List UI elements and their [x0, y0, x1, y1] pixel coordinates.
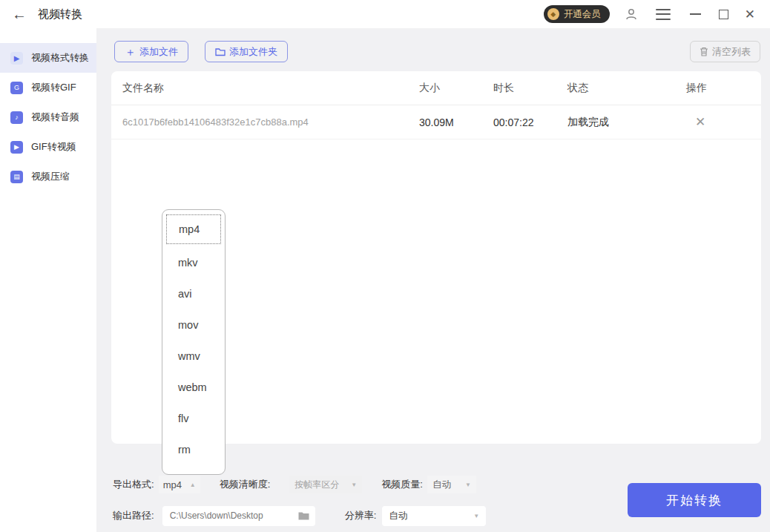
table-header: 文件名称 大小 时长 状态 操作	[111, 71, 761, 105]
video-compress-icon: ▤	[10, 171, 23, 183]
caret-up-icon: ▲	[190, 482, 196, 488]
toolbar: ＋ 添加文件 添加文件夹	[114, 41, 288, 62]
col-duration: 时长	[493, 82, 567, 95]
caret-down-icon: ▼	[351, 482, 357, 488]
clarity-select[interactable]: 按帧率区分 ▼	[289, 476, 362, 493]
settings-row-2: 输出路径: 分辨率: 自动 ▼	[113, 506, 486, 525]
dropdown-option-avi[interactable]: avi	[162, 278, 225, 309]
dropdown-option-rm[interactable]: rm	[162, 434, 225, 465]
clear-list-button[interactable]: 清空列表	[690, 41, 760, 62]
sidebar-item-video-to-audio[interactable]: ♪ 视频转音频	[0, 102, 96, 132]
titlebar-controls: ◆ 开通会员 ✕	[544, 5, 770, 23]
close-button[interactable]: ✕	[745, 8, 755, 21]
col-filename: 文件名称	[122, 82, 419, 95]
menu-icon[interactable]	[656, 9, 671, 20]
col-size: 大小	[419, 82, 493, 95]
caret-down-icon: ▼	[465, 482, 471, 488]
sidebar: ▶ 视频格式转换 G 视频转GIF ♪ 视频转音频 ▶ GIF转视频 ▤ 视频压…	[0, 28, 96, 532]
sidebar-item-video-format-convert[interactable]: ▶ 视频格式转换	[0, 43, 96, 73]
back-icon[interactable]: ←	[12, 7, 27, 22]
add-folder-label: 添加文件夹	[229, 45, 277, 59]
dropdown-option-webm[interactable]: webm	[162, 372, 225, 403]
page-title: 视频转换	[38, 7, 82, 22]
sidebar-item-label: 视频压缩	[31, 170, 70, 183]
add-file-label: 添加文件	[139, 45, 178, 59]
sidebar-item-gif-to-video[interactable]: ▶ GIF转视频	[0, 132, 96, 162]
user-icon[interactable]	[625, 7, 638, 21]
quality-value: 自动	[432, 479, 451, 491]
minimize-button[interactable]	[690, 13, 701, 15]
export-format-select[interactable]: mp4 ▲	[159, 476, 200, 493]
file-duration: 00:07:22	[493, 116, 567, 128]
video-to-audio-icon: ♪	[10, 111, 23, 124]
resolution-label: 分辨率:	[345, 509, 377, 522]
clear-list-label: 清空列表	[712, 45, 751, 59]
dropdown-option-mov[interactable]: mov	[162, 309, 225, 341]
gif-to-video-icon: ▶	[10, 141, 23, 154]
table-row[interactable]: 6c1017b6febb14106483f32e1c7cb88a.mp4 30.…	[111, 105, 761, 139]
resolution-select[interactable]: 自动 ▼	[382, 506, 486, 526]
sidebar-item-label: 视频转GIF	[31, 81, 76, 94]
add-file-button[interactable]: ＋ 添加文件	[114, 41, 188, 62]
caret-down-icon: ▼	[473, 513, 479, 519]
output-path-label: 输出路径:	[113, 509, 154, 522]
dropdown-option-mp4[interactable]: mp4	[166, 214, 221, 244]
play-icon: ▶	[10, 52, 23, 65]
resolution-value: 自动	[389, 510, 407, 522]
sidebar-item-label: 视频转音频	[31, 111, 79, 124]
output-path-input[interactable]	[170, 510, 298, 521]
format-dropdown-popup: mp4 mkv avi mov wmv webm flv rm	[162, 209, 226, 475]
titlebar: ← 视频转换 ◆ 开通会员 ✕	[0, 0, 770, 28]
sidebar-item-video-to-gif[interactable]: G 视频转GIF	[0, 73, 96, 102]
remove-file-icon[interactable]: ✕	[686, 114, 750, 130]
export-format-value: mp4	[163, 479, 182, 490]
col-operation: 操作	[686, 82, 750, 95]
sidebar-item-label: GIF转视频	[31, 140, 76, 154]
video-to-gif-icon: G	[10, 82, 23, 94]
sidebar-item-video-compress[interactable]: ▤ 视频压缩	[0, 162, 96, 191]
dropdown-option-mkv[interactable]: mkv	[162, 247, 225, 278]
output-path-field[interactable]	[162, 506, 315, 526]
file-status: 加载完成	[567, 116, 686, 129]
vip-membership-button[interactable]: ◆ 开通会员	[544, 5, 610, 23]
clarity-label: 视频清晰度:	[220, 478, 271, 491]
settings-row-1: 导出格式: mp4 ▲ 视频清晰度: 按帧率区分 ▼ 视频质量: 自动 ▼	[113, 475, 476, 494]
add-folder-button[interactable]: 添加文件夹	[205, 41, 288, 62]
dropdown-option-wmv[interactable]: wmv	[162, 341, 225, 372]
quality-select[interactable]: 自动 ▼	[427, 476, 476, 493]
start-convert-button[interactable]: 开始转换	[628, 483, 761, 517]
plus-icon: ＋	[125, 46, 136, 57]
gem-icon: ◆	[547, 8, 559, 20]
export-format-label: 导出格式:	[113, 478, 154, 491]
browse-folder-icon[interactable]	[298, 511, 309, 520]
file-name: 6c1017b6febb14106483f32e1c7cb88a.mp4	[122, 116, 419, 128]
file-size: 30.09M	[419, 116, 493, 128]
sidebar-item-label: 视频格式转换	[31, 51, 89, 65]
quality-label: 视频质量:	[381, 478, 423, 491]
col-status: 状态	[567, 82, 686, 95]
trash-icon	[700, 47, 708, 56]
maximize-button[interactable]	[719, 10, 728, 19]
dropdown-option-flv[interactable]: flv	[162, 403, 225, 434]
folder-icon	[215, 47, 226, 56]
clarity-value: 按帧率区分	[294, 479, 339, 491]
vip-label: 开通会员	[564, 8, 601, 21]
